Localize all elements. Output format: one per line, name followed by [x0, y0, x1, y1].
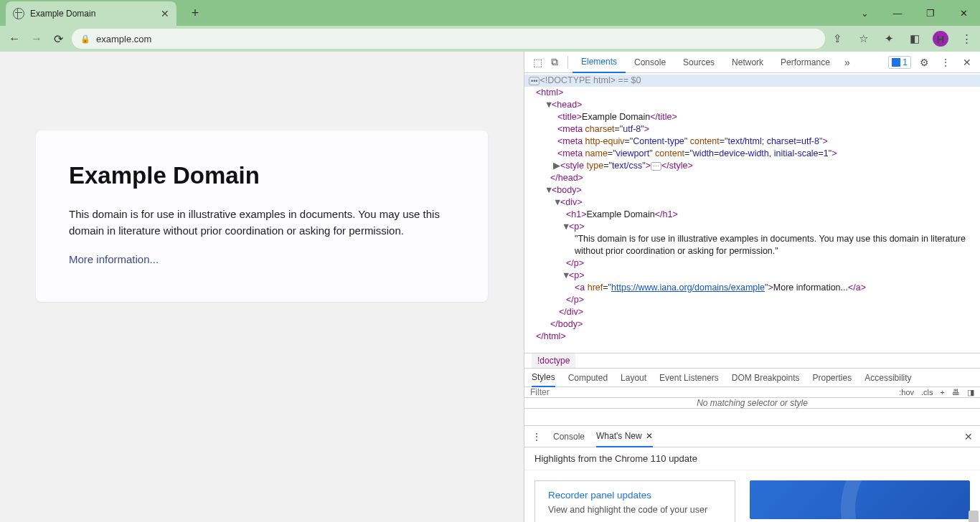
drawer-tab-console[interactable]: Console [553, 426, 585, 447]
print-icon[interactable]: 🖶 [952, 388, 960, 397]
whatsnew-card-sub: View and highlight the code of your user [548, 505, 722, 515]
profile-avatar[interactable]: H [933, 31, 948, 47]
site-icon [13, 8, 24, 19]
page-paragraph: This domain is for use in illustrative e… [69, 207, 455, 239]
page-heading: Example Domain [69, 162, 455, 189]
ellipsis-icon[interactable]: ••• [529, 77, 540, 85]
breadcrumb[interactable]: !doctype [524, 353, 980, 369]
no-match-message: No matching selector or style [524, 398, 980, 409]
styles-filter-input[interactable] [530, 387, 893, 397]
tab-close-icon[interactable]: ✕ [646, 431, 653, 441]
dom-tree[interactable]: •••<!DOCTYPE html> == $0 <html> ▼<head> … [524, 73, 980, 353]
address-bar[interactable]: 🔒 example.com [72, 29, 825, 49]
whatsnew-card-title: Recorder panel updates [548, 490, 722, 500]
inspect-icon[interactable]: ⬚ [529, 54, 546, 71]
extensions-icon[interactable]: ✦ [881, 31, 897, 47]
hov-toggle[interactable]: :hov [899, 388, 914, 397]
devtools-panel: ⬚ ⧉ Elements Console Sources Network Per… [524, 52, 980, 522]
tab-console[interactable]: Console [626, 52, 674, 73]
tab-performance[interactable]: Performance [772, 52, 839, 73]
whatsnew-heading: Highlights from the Chrome 110 update [524, 447, 980, 470]
devtools-close-icon[interactable]: ✕ [958, 54, 976, 71]
new-style-icon[interactable]: + [941, 388, 945, 397]
content-card: Example Domain This domain is for use in… [36, 130, 488, 302]
tab-elements[interactable]: Elements [573, 52, 626, 73]
settings-icon[interactable]: ⚙ [915, 54, 933, 71]
drawer-tab-whatsnew[interactable]: What's New✕ [596, 426, 653, 447]
issues-badge[interactable]: 1 [888, 56, 911, 69]
back-button[interactable]: ← [6, 29, 24, 49]
sidepanel-icon[interactable]: ◧ [907, 31, 923, 47]
drawer-close-icon[interactable]: ✕ [964, 431, 973, 442]
share-icon[interactable]: ⇪ [829, 31, 845, 47]
maximize-button[interactable]: ❐ [914, 0, 947, 26]
url-text: example.com [96, 34, 151, 44]
tab-network[interactable]: Network [723, 52, 772, 73]
styles-tab-properties[interactable]: Properties [813, 369, 852, 387]
styles-tab-layout[interactable]: Layout [621, 369, 646, 387]
chevron-down-icon[interactable]: ⌄ [848, 0, 881, 26]
styles-tab-styles[interactable]: Styles [532, 369, 555, 387]
whatsnew-hero-image [750, 480, 970, 519]
forward-button[interactable]: → [28, 29, 46, 49]
bookmark-icon[interactable]: ☆ [855, 31, 871, 47]
more-tabs-icon[interactable]: » [839, 54, 856, 71]
device-toggle-icon[interactable]: ⧉ [546, 54, 563, 71]
cls-toggle[interactable]: .cls [921, 388, 933, 397]
new-tab-button[interactable]: + [185, 3, 205, 23]
kebab-icon[interactable]: ⋮ [937, 54, 954, 71]
minimize-button[interactable]: ― [881, 0, 914, 26]
more-info-link[interactable]: More information... [69, 253, 159, 265]
reload-button[interactable]: ⟳ [50, 29, 67, 49]
close-window-button[interactable]: ✕ [947, 0, 980, 26]
styles-tab-computed[interactable]: Computed [568, 369, 608, 387]
page-viewport: Example Domain This domain is for use in… [0, 52, 524, 522]
drawer-kebab-icon[interactable]: ⋮ [532, 431, 542, 442]
tab-title: Example Domain [30, 9, 95, 19]
styles-tab-dombreakpoints[interactable]: DOM Breakpoints [732, 369, 800, 387]
browser-tab[interactable]: Example Domain ✕ [6, 1, 176, 26]
styles-tab-accessibility[interactable]: Accessibility [864, 369, 911, 387]
whatsnew-card[interactable]: Recorder panel updates View and highligh… [534, 480, 735, 522]
tab-close-icon[interactable]: ✕ [161, 8, 169, 19]
lock-icon: 🔒 [80, 34, 90, 44]
panel-layout-icon[interactable]: ◨ [967, 388, 974, 397]
styles-tab-eventlisteners[interactable]: Event Listeners [659, 369, 719, 387]
menu-icon[interactable]: ⋮ [958, 31, 974, 47]
tab-sources[interactable]: Sources [674, 52, 723, 73]
scrollbar-thumb[interactable] [969, 511, 979, 522]
